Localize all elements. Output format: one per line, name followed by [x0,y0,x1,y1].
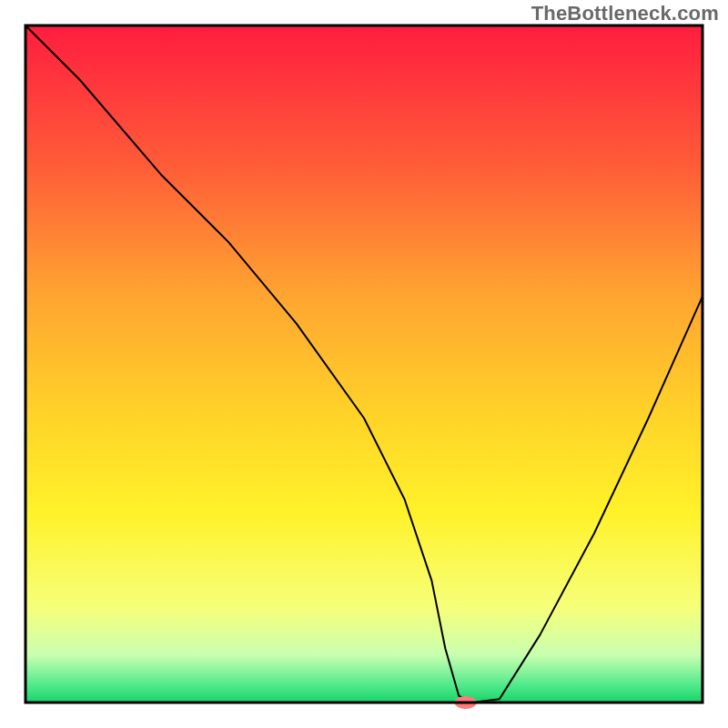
watermark-text: TheBottleneck.com [531,2,719,25]
bottleneck-chart [0,0,728,728]
plot-background [25,25,703,703]
chart-stage: TheBottleneck.com [0,0,728,728]
